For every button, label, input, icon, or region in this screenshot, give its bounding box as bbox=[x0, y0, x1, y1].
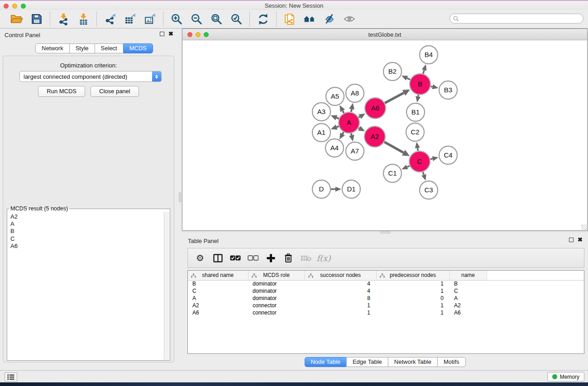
node-C[interactable]: C bbox=[409, 151, 430, 172]
table-cell[interactable]: 1 bbox=[305, 302, 376, 309]
table-cell[interactable]: B bbox=[188, 280, 248, 287]
table-cell[interactable]: dominator bbox=[248, 295, 305, 302]
node-B2[interactable]: B2 bbox=[383, 62, 402, 81]
memory-button[interactable]: Memory bbox=[547, 372, 584, 381]
float-table-panel-button[interactable] bbox=[569, 238, 574, 242]
node-A[interactable]: A bbox=[339, 112, 359, 133]
zoom-out-button[interactable] bbox=[189, 12, 204, 26]
tab-network-table[interactable]: Network Table bbox=[388, 357, 438, 367]
close-table-panel-button[interactable]: ✖ bbox=[578, 238, 583, 242]
table-cell[interactable]: 1 bbox=[305, 309, 376, 316]
export-network-button[interactable] bbox=[102, 12, 118, 26]
table-cell[interactable]: connector bbox=[248, 309, 305, 316]
table-cell[interactable]: C bbox=[449, 287, 487, 295]
table-cell[interactable]: 4 bbox=[305, 280, 376, 287]
edge-B-B2[interactable] bbox=[407, 78, 410, 80]
table-cell[interactable]: A6 bbox=[449, 309, 487, 316]
show-columns-button[interactable] bbox=[211, 250, 225, 266]
network-canvas[interactable]: B4B2BB3A5A8A6B1A3AC2A1A2A4A7C4CC1C3DD1 bbox=[182, 41, 587, 230]
open-file-button[interactable] bbox=[9, 12, 24, 26]
node-C3[interactable]: C3 bbox=[420, 181, 438, 199]
criterion-dropdown[interactable]: largest connected component (directed) bbox=[19, 71, 162, 82]
node-A2[interactable]: A2 bbox=[364, 126, 385, 147]
close-panel-button-mcds[interactable]: Close panel bbox=[91, 86, 139, 97]
column-header-predecessor-nodes[interactable]: predecessor nodes bbox=[376, 271, 449, 280]
edge-A-A8[interactable] bbox=[351, 109, 352, 112]
table-cell[interactable]: dominator bbox=[248, 280, 305, 287]
node-C1[interactable]: C1 bbox=[383, 164, 402, 182]
table-cell[interactable]: A2 bbox=[188, 302, 248, 309]
node-D[interactable]: D bbox=[312, 180, 330, 198]
table-row[interactable]: Adominator80A bbox=[188, 295, 584, 302]
close-panel-button[interactable]: ✖ bbox=[168, 32, 173, 36]
table-cell[interactable]: C bbox=[188, 287, 248, 295]
node-A8[interactable]: A8 bbox=[346, 84, 364, 102]
table-settings-button[interactable]: ⚙ bbox=[193, 250, 207, 266]
horizontal-splitter-handle[interactable] bbox=[380, 231, 390, 234]
show-all-button[interactable] bbox=[342, 12, 357, 26]
result-item[interactable]: A2 bbox=[10, 213, 164, 220]
search-input[interactable] bbox=[461, 15, 583, 22]
table-cell[interactable]: dominator bbox=[248, 287, 305, 295]
tab-select[interactable]: Select bbox=[95, 43, 124, 53]
table-cell[interactable]: A2 bbox=[449, 302, 487, 309]
node-A3[interactable]: A3 bbox=[312, 103, 330, 121]
edge-C-C4[interactable] bbox=[430, 159, 432, 159]
task-history-button[interactable] bbox=[5, 372, 17, 381]
edge-A-A3[interactable] bbox=[336, 118, 339, 119]
table-row[interactable]: Bdominator41B bbox=[188, 280, 584, 287]
table-cell[interactable]: 4 bbox=[305, 287, 376, 295]
node-C4[interactable]: C4 bbox=[439, 146, 457, 164]
edge-C-C1[interactable] bbox=[407, 166, 410, 167]
resize-grip[interactable] bbox=[581, 224, 587, 230]
result-item[interactable]: A6 bbox=[10, 243, 164, 250]
edge-A-A7[interactable] bbox=[351, 133, 352, 135]
node-A4[interactable]: A4 bbox=[325, 139, 344, 157]
result-item[interactable]: C bbox=[10, 235, 164, 243]
result-item[interactable]: B bbox=[10, 228, 164, 235]
column-header-name[interactable]: name bbox=[449, 271, 487, 280]
float-panel-button[interactable] bbox=[160, 32, 164, 36]
node-C2[interactable]: C2 bbox=[406, 123, 424, 141]
table-row[interactable]: A6connector11A6 bbox=[188, 309, 584, 316]
edge-A-A4[interactable] bbox=[343, 132, 344, 134]
edge-B-B3[interactable] bbox=[430, 86, 432, 87]
tab-mcds[interactable]: MCDS bbox=[123, 43, 153, 53]
edge-A-A5[interactable] bbox=[343, 111, 344, 113]
table-row[interactable]: A2connector11A2 bbox=[188, 302, 584, 309]
column-header-mcds-role[interactable]: MCDS role bbox=[248, 271, 305, 280]
column-header-successor-nodes[interactable]: successor nodes bbox=[305, 271, 376, 280]
edge-B-B1[interactable] bbox=[418, 95, 419, 97]
run-mcds-button[interactable]: Run MCDS bbox=[38, 86, 85, 97]
result-item[interactable]: A bbox=[10, 220, 164, 228]
column-header-shared-name[interactable]: shared name bbox=[188, 271, 248, 280]
node-A1[interactable]: A1 bbox=[312, 124, 330, 142]
table-cell[interactable]: B bbox=[449, 280, 487, 287]
table-cell[interactable]: 1 bbox=[376, 309, 449, 316]
table-cell[interactable]: A bbox=[449, 295, 487, 302]
edge-C-C3[interactable] bbox=[423, 172, 424, 175]
first-neighbors-button[interactable] bbox=[302, 12, 317, 26]
save-session-button[interactable] bbox=[29, 12, 44, 26]
node-A5[interactable]: A5 bbox=[326, 87, 344, 105]
table-cell[interactable]: 1 bbox=[376, 302, 449, 309]
delete-table-button[interactable] bbox=[299, 250, 313, 266]
edge-A2-C[interactable] bbox=[384, 142, 404, 153]
zoom-fit-button[interactable] bbox=[209, 12, 224, 26]
table-cell[interactable]: A bbox=[188, 295, 248, 302]
deselect-all-checkboxes-button[interactable] bbox=[246, 250, 260, 266]
search-field[interactable] bbox=[449, 14, 583, 24]
table-cell[interactable]: A6 bbox=[188, 309, 248, 316]
edge-C-C2[interactable] bbox=[417, 148, 418, 151]
node-table-container[interactable]: shared nameMCDS rolesuccessor nodesprede… bbox=[187, 270, 584, 354]
delete-column-button[interactable] bbox=[282, 250, 295, 266]
table-row[interactable]: Cdominator41C bbox=[188, 287, 584, 295]
network-window-titlebar[interactable]: testGlobe.txt bbox=[182, 29, 587, 40]
node-B[interactable]: B bbox=[410, 74, 430, 95]
tab-style[interactable]: Style bbox=[69, 43, 95, 53]
node-B4[interactable]: B4 bbox=[420, 46, 438, 64]
import-table-button[interactable] bbox=[76, 12, 91, 26]
select-all-checkboxes-button[interactable] bbox=[229, 250, 242, 266]
export-table-button[interactable] bbox=[122, 12, 138, 26]
edge-A-A1[interactable] bbox=[337, 126, 339, 127]
